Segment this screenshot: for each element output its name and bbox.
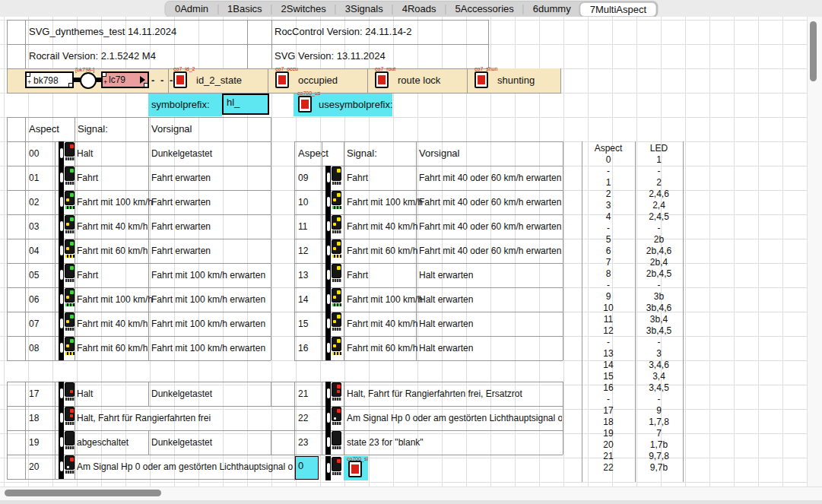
signal-icon[interactable] [325,312,342,336]
led-aspect-value: - [582,394,635,405]
output-usesymbolprefix[interactable] [298,96,312,113]
led-aspect-value: 14 [582,360,635,371]
signal-icon[interactable] [325,336,342,360]
connector-circle[interactable] [80,72,97,89]
signal-icon[interactable] [325,263,342,287]
signal-icon[interactable] [59,455,75,479]
table-border [55,141,56,360]
aspect-id-cell: 22 [298,406,308,430]
signal-icon[interactable] [59,287,75,312]
tab-0admin[interactable]: 0Admin [166,2,217,16]
aspect-id-cell: 18 [29,406,39,430]
table-border [7,479,294,480]
symbolprefix-value: hl_ [227,92,240,116]
signal-icon[interactable] [59,336,75,360]
signal-base [332,206,341,209]
led-value: 2b [635,234,683,246]
red-light [70,390,73,393]
roccontrol-version: RocControl Version: 24.11.14-2 [275,20,411,44]
signal-name-cell: Fahrt [77,166,147,190]
signal-icon[interactable] [59,430,75,455]
signal-icon[interactable] [59,382,75,406]
horizontal-scrollbar-thumb[interactable] [5,490,161,496]
track-plan-canvas[interactable]: SVG_dynthemes_test 14.11.2024 RocControl… [0,17,807,487]
signal-icon[interactable] [59,141,75,166]
yellow-light [333,198,336,201]
signal-icon[interactable] [325,287,342,312]
signal-head [65,215,75,230]
output-label: route lock [398,68,440,93]
block-bk798[interactable]: bk798 + [25,71,74,88]
signal-head [65,312,75,327]
signal-head [65,264,75,278]
signal-name-cell: Halt, Fahrt für Rangierfahrten frei [77,406,294,430]
signal-icon[interactable] [325,430,342,455]
yellow-light [66,296,69,299]
led-value: 2 [635,177,683,189]
vorsignal-cell: Fahrt mit 100 km/h erwarten [151,263,269,287]
vorsignal-cell: Fahrt mit 40 oder 60 km/h erwarten [419,214,561,239]
right-header-signal: Signal: [347,141,377,166]
signal-icon[interactable] [59,406,75,430]
signal-mast-slot [60,388,63,398]
signal-icon[interactable] [325,406,342,430]
output-shunting[interactable] [474,71,488,88]
table-border [322,141,322,360]
signal-icon[interactable] [325,382,342,406]
led-value: - [635,337,683,348]
signal-icon[interactable] [325,239,342,263]
signal-icon[interactable] [59,239,75,263]
led-value: 1 [635,154,683,166]
signal-icon[interactable] [325,190,342,214]
output-id-2-state[interactable] [173,71,187,88]
led-aspect-column: Aspect0-1234-5678-9101112-13141516-17181… [582,143,635,474]
tab-4roads[interactable]: 4Roads [393,2,446,16]
symbolprefix-value-box: hl_ [222,94,269,115]
led-value: 2b,4,6 [635,246,683,257]
signal-icon[interactable] [59,263,75,287]
signal-head [332,312,341,327]
led-aspect-value: 1 [582,177,635,189]
vorsignal-cell: Dunkelgetastet [151,382,269,406]
signal-mast-slot [327,173,330,182]
signal-icon[interactable] [325,456,342,480]
led-value: 2,4,5 [635,211,683,223]
tab-5accessories[interactable]: 5Accessories [446,2,522,16]
white-light [67,466,69,468]
signal-icon[interactable] [59,190,75,214]
led-aspect-value: 12 [582,325,635,337]
signal-base [65,422,75,425]
signal-head [65,288,75,303]
left-header-aspect: Aspect [29,117,59,141]
led-value: 3 [635,348,683,360]
tab-3signals[interactable]: 3Signals [336,2,392,16]
signal-icon[interactable] [59,166,75,190]
vertical-scrollbar-thumb[interactable] [810,21,817,81]
led-aspect-value: 20 [582,439,635,451]
tab-2switches[interactable]: 2Switches [272,2,335,16]
signal-mast-slot [327,463,330,473]
tab-7multiaspect[interactable]: 7MultiAspect [580,2,656,17]
signal-base [332,472,341,475]
vorsignal-cell: Halt erwarten [419,263,561,287]
table-border [168,68,169,93]
table-border [563,141,563,360]
yellow-light [333,344,336,347]
aspect-id-cell: 05 [29,263,39,287]
led-aspect-value: 13 [582,348,635,360]
signal-icon[interactable] [325,166,342,190]
signal-icon[interactable] [59,312,75,336]
led-value: 3b,4,5 [635,325,683,337]
output-co700[interactable] [348,461,362,477]
output-occupied[interactable] [275,71,289,88]
output-route-lock[interactable] [375,71,389,88]
loco-lc79[interactable]: lc79 + [101,71,149,88]
led-aspect-value: - [582,223,635,234]
signal-icon[interactable] [325,214,342,239]
tab-1basics[interactable]: 1Basics [218,2,271,16]
table-border [25,20,26,68]
tab-6dummy[interactable]: 6dummy [524,2,580,16]
signal-icon[interactable] [59,214,75,239]
left-header-vorsignal: Vorsignal [151,117,192,141]
vertical-scrollbar-track[interactable] [807,17,822,487]
